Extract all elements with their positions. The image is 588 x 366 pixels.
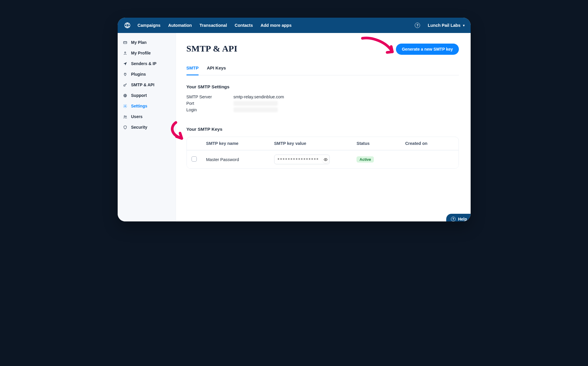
account-dropdown[interactable]: Lunch Pail Labs ▾ — [428, 23, 464, 28]
sidebar-item-label: Plugins — [131, 72, 146, 77]
sidebar-item-label: SMTP & API — [131, 82, 154, 87]
sidebar-item-plugins[interactable]: Plugins — [118, 69, 176, 80]
table-row: Master Password **************** Active — [187, 150, 459, 168]
table-header-row: SMTP key name SMTP key value Status Crea… — [187, 137, 459, 150]
sidebar-item-label: Settings — [131, 104, 147, 108]
gear-icon — [123, 104, 128, 108]
smtp-keys-table: SMTP key name SMTP key value Status Crea… — [186, 137, 459, 169]
sidebar-item-label: Senders & IP — [131, 61, 156, 66]
smtp-keys-heading: Your SMTP Keys — [186, 127, 459, 132]
col-created-on: Created on — [405, 141, 454, 146]
main-content: SMTP & API Generate a new SMTP key SMTP … — [176, 33, 471, 221]
col-key-name: SMTP key name — [206, 141, 274, 146]
plug-icon — [123, 72, 128, 77]
help-icon: ? — [451, 217, 456, 221]
account-name: Lunch Pail Labs — [428, 23, 460, 28]
nav-automation[interactable]: Automation — [168, 23, 192, 28]
sidebar-item-my-profile[interactable]: My Profile — [118, 48, 176, 58]
svg-point-6 — [124, 115, 125, 117]
tab-smtp[interactable]: SMTP — [186, 63, 199, 75]
svg-point-0 — [125, 23, 130, 28]
nav-contacts[interactable]: Contacts — [235, 23, 253, 28]
key-icon — [123, 83, 128, 87]
sidebar-item-label: My Profile — [131, 51, 151, 55]
sidebar-item-senders-ip[interactable]: Senders & IP — [118, 58, 176, 69]
smtp-server-value: smtp-relay.sendinblue.com — [234, 94, 284, 100]
sidebar: My Plan My Profile Senders & IP Plugins — [118, 33, 176, 221]
sidebar-item-label: Security — [131, 125, 147, 130]
help-fab-label: Help — [458, 217, 467, 221]
top-nav-links: Campaigns Automation Transactional Conta… — [138, 23, 292, 28]
sidebar-item-my-plan[interactable]: My Plan — [118, 37, 176, 48]
generate-smtp-key-button[interactable]: Generate a new SMTP key — [396, 44, 459, 55]
nav-campaigns[interactable]: Campaigns — [138, 23, 161, 28]
sidebar-item-settings[interactable]: Settings — [118, 101, 176, 111]
help-icon[interactable]: ? — [415, 23, 420, 28]
svg-point-2 — [125, 52, 126, 53]
sidebar-item-label: My Plan — [131, 40, 147, 45]
smtp-settings-heading: Your SMTP Settings — [186, 84, 459, 90]
users-icon — [123, 115, 128, 119]
smtp-login-value-redacted — [234, 107, 278, 112]
annotation-arrow-icon — [359, 35, 398, 62]
row-checkbox[interactable] — [191, 156, 197, 162]
col-key-value: SMTP key value — [274, 141, 357, 146]
svg-point-5 — [125, 105, 126, 107]
sidebar-item-support[interactable]: Support — [118, 90, 176, 101]
smtp-settings-list: SMTP Server smtp-relay.sendinblue.com Po… — [186, 94, 459, 113]
smtp-port-value-redacted — [234, 101, 278, 106]
nav-add-more-apps[interactable]: Add more apps — [261, 23, 292, 28]
key-value-masked[interactable]: **************** — [274, 155, 330, 164]
smtp-server-label: SMTP Server — [186, 94, 234, 100]
svg-point-7 — [126, 116, 126, 117]
page-title: SMTP & API — [186, 44, 238, 54]
tabs: SMTP API Keys — [186, 63, 459, 75]
svg-point-3 — [124, 85, 125, 86]
status-badge: Active — [357, 156, 374, 163]
help-fab[interactable]: ? Help — [446, 214, 470, 221]
smtp-port-label: Port — [186, 100, 234, 107]
sidebar-item-label: Support — [131, 93, 147, 98]
sidebar-item-security[interactable]: Security — [118, 122, 176, 133]
key-name-cell: Master Password — [206, 157, 274, 162]
brand-logo-icon — [124, 21, 131, 29]
nav-transactional[interactable]: Transactional — [199, 23, 227, 28]
chevron-down-icon: ▾ — [463, 24, 465, 27]
smtp-login-label: Login — [186, 107, 234, 113]
sidebar-item-label: Users — [131, 114, 143, 119]
sidebar-item-users[interactable]: Users — [118, 111, 176, 122]
top-nav: Campaigns Automation Transactional Conta… — [118, 18, 471, 33]
globe-icon — [123, 93, 128, 98]
shield-icon — [123, 125, 128, 130]
user-icon — [123, 51, 128, 55]
sidebar-item-smtp-api[interactable]: SMTP & API — [118, 80, 176, 90]
app-window: Campaigns Automation Transactional Conta… — [118, 18, 471, 221]
col-status: Status — [357, 141, 405, 146]
svg-rect-1 — [124, 41, 127, 44]
card-icon — [123, 40, 128, 45]
tab-api-keys[interactable]: API Keys — [207, 63, 226, 75]
send-icon — [123, 62, 128, 66]
